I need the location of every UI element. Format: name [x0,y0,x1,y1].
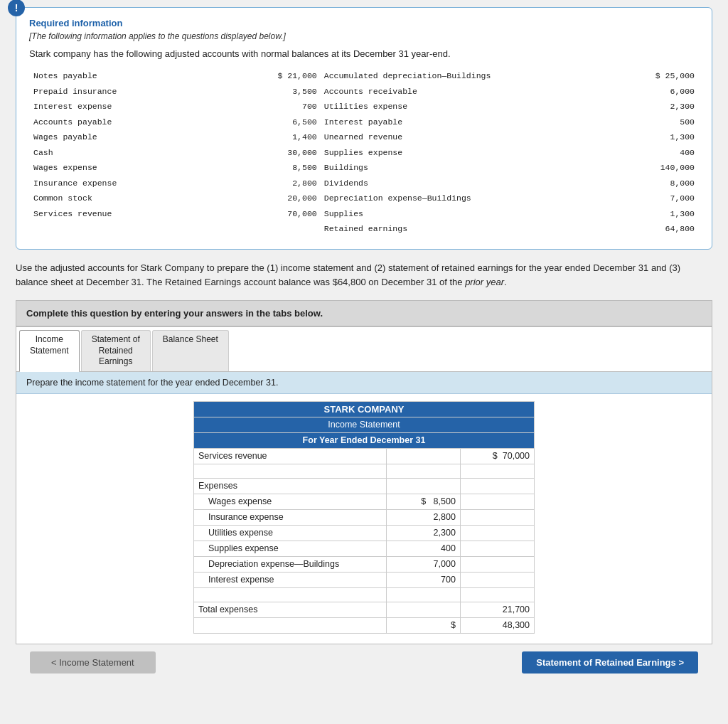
page-wrapper: ! Required information [The following in… [16,7,712,681]
account-amount: 30,000 [224,146,320,160]
account-amount: 8,000 [614,176,697,191]
tab-income-statement[interactable]: IncomeStatement [19,330,80,372]
account-label: Services revenue [31,207,223,221]
account-label: Buildings [321,161,612,175]
dollar-sign: $ [493,451,498,461]
revenue-amount-cell: $ 70,000 [460,448,534,464]
context-text: Use the adjusted accounts for Stark Comp… [16,261,712,289]
account-amount: 1,300 [614,207,697,221]
account-amount: 20,000 [224,191,320,206]
account-amount: 140,000 [614,161,697,175]
stmt-title: Income Statement [194,417,535,432]
account-amount: 64,800 [614,222,697,236]
utilities-amount: 2,300 [386,525,460,541]
account-label: Supplies expense [321,146,612,160]
account-label: Cash [31,146,223,160]
account-amount: 1,300 [614,130,697,144]
insurance-right [460,509,534,525]
utilities-right [460,525,534,541]
expense-row-insurance: Insurance expense 2,800 [194,509,535,525]
account-label: Wages payable [31,130,223,144]
insurance-amount: 2,800 [386,509,460,525]
tab-content-header: Prepare the income statement for the yea… [16,372,712,394]
account-amount: 7,000 [614,191,697,206]
interest-right [460,572,534,587]
total-expenses-amount: 21,700 [460,602,534,617]
account-amount: $ 25,000 [614,69,697,83]
net-income-dollar: $ [386,617,460,633]
account-amount: 400 [614,146,697,160]
account-label: Common stock [31,191,223,206]
info-icon: ! [8,0,25,16]
tab-balance-sheet[interactable]: Balance Sheet [152,330,229,371]
account-amount: $ 21,000 [224,69,320,83]
interest-label: Interest expense [194,572,387,587]
account-label: Dividends [321,176,612,191]
account-amount [224,222,320,236]
depreciation-label: Depreciation expense—Buildings [194,556,387,572]
account-label: Notes payable [31,69,223,83]
net-income-row: $ 48,300 [194,617,535,633]
account-label: Accounts payable [31,115,223,129]
income-statement-wrapper: STARK COMPANY Income Statement For Year … [16,394,712,644]
account-label [31,222,223,236]
tab-retained-earnings[interactable]: Statement ofRetainedEarnings [81,330,151,371]
expense-row-utilities: Utilities expense 2,300 [194,525,535,541]
company-name: STARK COMPANY [194,401,535,417]
expense-row-interest: Interest expense 700 [194,572,535,587]
expense-row-supplies: Supplies expense 400 [194,541,535,556]
expenses-mid [386,478,460,494]
expense-row-depreciation: Depreciation expense—Buildings 7,000 [194,556,535,572]
account-amount: 2,800 [224,176,320,191]
account-label: Unearned revenue [321,130,612,144]
account-label: Insurance expense [31,176,223,191]
tab-balance-sheet-label: Balance Sheet [163,334,218,344]
required-info-label: Required information [29,18,699,28]
accounts-table: Notes payable $ 21,000 Accumulated depre… [29,68,699,238]
total-expenses-mid [386,602,460,617]
wages-right [460,494,534,509]
empty-row-1 [194,464,535,478]
nav-buttons: < Income Statement Statement of Retained… [16,644,712,681]
account-label: Retained earnings [321,222,612,236]
income-statement-table: STARK COMPANY Income Statement For Year … [193,401,535,634]
account-label: Wages expense [31,161,223,175]
supplies-label: Supplies expense [194,541,387,556]
revenue-mid-cell [386,448,460,464]
wages-dollar: $ 8,500 [386,494,460,509]
stmt-period: For Year Ended December 31 [194,432,535,448]
tab-retained-earnings-label: Statement ofRetainedEarnings [92,334,140,366]
account-label: Depreciation expense—Buildings [321,191,612,206]
depreciation-amount: 7,000 [386,556,460,572]
wages-label: Wages expense [194,494,387,509]
supplies-amount: 400 [386,541,460,556]
account-label: Interest expense [31,100,223,114]
account-label: Supplies [321,207,612,221]
account-label: Accumulated depreciation—Buildings [321,69,612,83]
utilities-label: Utilities expense [194,525,387,541]
revenue-row: Services revenue $ 70,000 [194,448,535,464]
account-amount: 2,300 [614,100,697,114]
insurance-label: Insurance expense [194,509,387,525]
account-amount: 70,000 [224,207,320,221]
complete-bar: Complete this question by entering your … [16,300,712,326]
account-amount: 700 [224,100,320,114]
revenue-label: Services revenue [194,448,387,464]
total-expenses-label: Total expenses [194,602,387,617]
account-amount: 500 [614,115,697,129]
account-amount: 6,500 [224,115,320,129]
supplies-right [460,541,534,556]
tabs-row: IncomeStatement Statement ofRetainedEarn… [16,327,712,372]
net-income-label [194,617,387,633]
expenses-label: Expenses [194,478,387,494]
account-label: Interest payable [321,115,612,129]
prev-button[interactable]: < Income Statement [30,651,156,674]
depreciation-right [460,556,534,572]
account-label: Accounts receivable [321,85,612,99]
empty-row-2 [194,587,535,602]
info-box: ! Required information [The following in… [16,7,712,250]
tab-income-statement-label: IncomeStatement [30,334,69,356]
total-expenses-row: Total expenses 21,700 [194,602,535,617]
account-amount: 8,500 [224,161,320,175]
next-button[interactable]: Statement of Retained Earnings > [522,651,698,674]
